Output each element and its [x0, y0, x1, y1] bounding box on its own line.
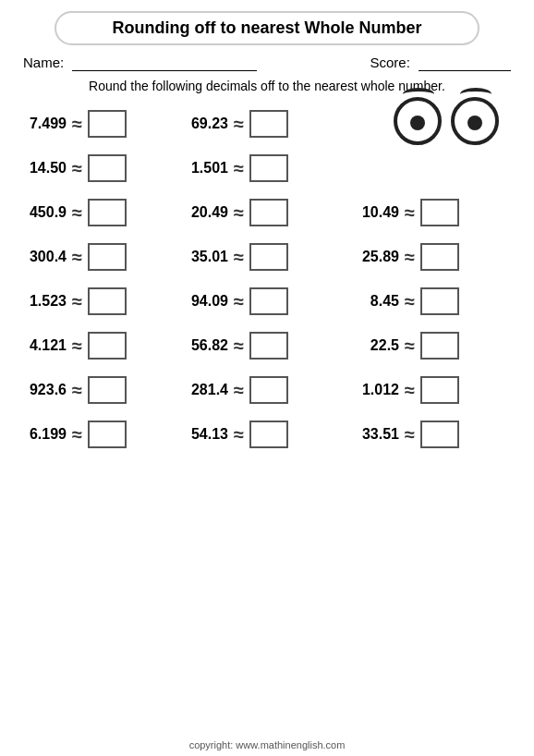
col2: 56.82 ≈ — [180, 332, 351, 360]
problem: 22.5 ≈ — [351, 332, 459, 360]
col3: 10.49 ≈ — [351, 199, 499, 226]
problem: 14.50 ≈ — [18, 154, 127, 182]
approx-icon: ≈ — [234, 159, 244, 177]
answer-box[interactable] — [249, 199, 288, 226]
approx-icon: ≈ — [405, 203, 415, 222]
col2: 281.4 ≈ — [180, 376, 351, 404]
approx-icon: ≈ — [405, 292, 415, 311]
col1: 923.6 ≈ — [18, 376, 180, 404]
answer-box[interactable] — [420, 243, 459, 271]
problem: 94.09 ≈ — [180, 287, 288, 315]
answer-box[interactable] — [88, 287, 127, 315]
number: 33.51 — [351, 426, 399, 443]
problem: 923.6 ≈ — [18, 376, 127, 404]
number: 1.523 — [18, 293, 67, 310]
col1: 14.50 ≈ — [18, 154, 180, 182]
col1: 7.499 ≈ — [18, 110, 180, 138]
answer-box[interactable] — [420, 199, 459, 226]
name-label: Name: — [23, 55, 64, 70]
number: 94.09 — [180, 293, 228, 310]
number: 10.49 — [351, 204, 399, 221]
answer-box[interactable] — [249, 287, 288, 315]
cartoon-eyes — [386, 97, 506, 199]
number: 300.4 — [18, 249, 67, 265]
answer-box[interactable] — [88, 332, 127, 360]
answer-box[interactable] — [88, 110, 127, 138]
number: 923.6 — [18, 382, 67, 398]
right-pupil — [467, 116, 482, 130]
approx-icon: ≈ — [234, 381, 244, 399]
col2: 54.13 ≈ — [180, 421, 351, 448]
answer-box[interactable] — [249, 243, 288, 271]
name-score-row: Name: Score: — [18, 55, 516, 71]
copyright: copyright: www.mathinenglish.com — [0, 739, 534, 750]
approx-icon: ≈ — [234, 115, 244, 133]
number: 20.49 — [180, 204, 228, 221]
problem: 35.01 ≈ — [180, 243, 288, 271]
col1: 300.4 ≈ — [18, 243, 180, 271]
score-field: Score: — [370, 55, 511, 71]
col3: 22.5 ≈ — [351, 332, 499, 360]
problem: 33.51 ≈ — [351, 421, 459, 448]
answer-box[interactable] — [249, 154, 288, 182]
number: 1.012 — [351, 382, 399, 398]
answer-box[interactable] — [249, 376, 288, 404]
right-eye — [451, 97, 499, 145]
problem: 281.4 ≈ — [180, 376, 288, 404]
problem: 25.89 ≈ — [351, 243, 459, 271]
problem: 20.49 ≈ — [180, 199, 288, 226]
title: Rounding off to nearest Whole Number — [55, 11, 479, 45]
problem: 54.13 ≈ — [180, 421, 288, 448]
col2: 20.49 ≈ — [180, 199, 351, 226]
approx-icon: ≈ — [72, 115, 82, 133]
answer-box[interactable] — [420, 287, 459, 315]
score-label: Score: — [370, 55, 409, 70]
number: 25.89 — [351, 249, 399, 265]
approx-icon: ≈ — [405, 425, 415, 444]
answer-box[interactable] — [249, 110, 288, 138]
answer-box[interactable] — [88, 421, 127, 448]
problem: 6.199 ≈ — [18, 421, 127, 448]
answer-box[interactable] — [249, 332, 288, 360]
answer-box[interactable] — [420, 376, 459, 404]
number: 6.199 — [18, 426, 67, 443]
answer-box[interactable] — [88, 243, 127, 271]
problem-row: 450.9 ≈ 20.49 ≈ 10.49 ≈ — [18, 195, 516, 230]
score-line — [419, 55, 511, 71]
problem-row: 1.523 ≈ 94.09 ≈ 8.45 ≈ — [18, 284, 516, 319]
approx-icon: ≈ — [234, 292, 244, 311]
answer-box[interactable] — [420, 421, 459, 448]
number: 14.50 — [18, 160, 67, 177]
left-eye — [394, 97, 442, 145]
problem: 56.82 ≈ — [180, 332, 288, 360]
answer-box[interactable] — [420, 332, 459, 360]
page: Rounding off to nearest Whole Number Nam… — [0, 0, 534, 756]
col2: 35.01 ≈ — [180, 243, 351, 271]
number: 7.499 — [18, 116, 67, 132]
approx-icon: ≈ — [72, 381, 82, 399]
approx-icon: ≈ — [234, 248, 244, 266]
col2: 94.09 ≈ — [180, 287, 351, 315]
answer-box[interactable] — [88, 154, 127, 182]
name-field: Name: — [23, 55, 257, 71]
approx-icon: ≈ — [72, 292, 82, 311]
col2: 69.23 ≈ — [180, 110, 351, 138]
problem-row: 300.4 ≈ 35.01 ≈ 25.89 ≈ — [18, 239, 516, 274]
answer-box[interactable] — [88, 199, 127, 226]
problem: 300.4 ≈ — [18, 243, 127, 271]
problem: 450.9 ≈ — [18, 199, 127, 226]
approx-icon: ≈ — [405, 381, 415, 399]
problem: 1.012 ≈ — [351, 376, 459, 404]
col1: 1.523 ≈ — [18, 287, 180, 315]
approx-icon: ≈ — [234, 203, 244, 222]
name-line — [72, 55, 257, 71]
answer-box[interactable] — [249, 421, 288, 448]
approx-icon: ≈ — [72, 425, 82, 444]
problem: 1.501 ≈ — [180, 154, 288, 182]
col1: 6.199 ≈ — [18, 421, 180, 448]
col3: 25.89 ≈ — [351, 243, 499, 271]
number: 69.23 — [180, 116, 228, 132]
number: 1.501 — [180, 160, 228, 177]
answer-box[interactable] — [88, 376, 127, 404]
number: 4.121 — [18, 337, 67, 354]
